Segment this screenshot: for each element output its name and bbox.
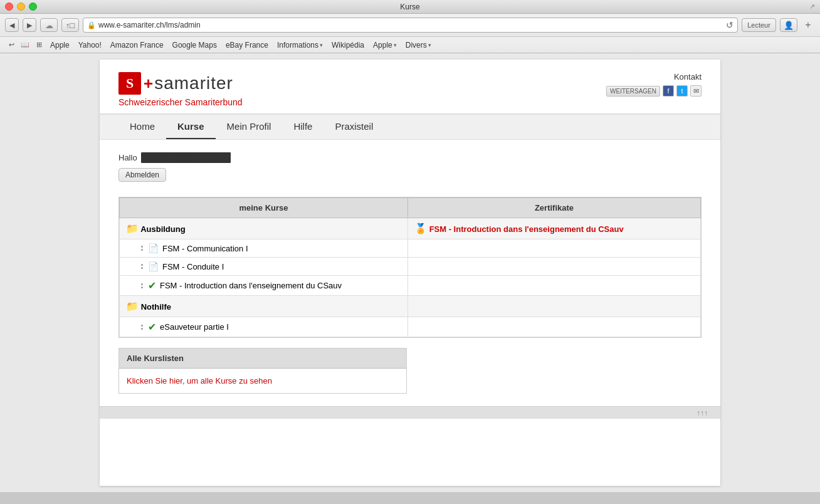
- course-name-2[interactable]: FSM - Conduite I: [162, 262, 224, 271]
- dot-bullets-3: [141, 283, 143, 288]
- nav-hilfe[interactable]: Hilfe: [282, 115, 323, 139]
- nav-praxisteil[interactable]: Praxisteil: [323, 115, 384, 139]
- social-bar: WEITERSAGEN f t ✉: [606, 85, 702, 97]
- address-bar[interactable]: 🔒 www.e-samariter.ch/lms/admin ↺: [83, 18, 738, 33]
- address-text: www.e-samariter.ch/lms/admin: [98, 21, 723, 29]
- bookmark-divers[interactable]: Divers ▾: [402, 39, 435, 51]
- bookmark-apple-1[interactable]: Apple: [46, 39, 73, 51]
- all-courses-section: Alle Kurslisten Klicken Sie hier, um all…: [118, 348, 407, 394]
- course-fsm-intro: ✔ FSM - Introduction dans l'enseignement…: [120, 276, 701, 296]
- footer-scroll: ↑↑↑: [696, 409, 708, 417]
- window-controls: [5, 3, 37, 11]
- bookmark-wikipedia[interactable]: Wikipédia: [328, 39, 368, 51]
- course-name[interactable]: FSM - Communication I: [162, 244, 248, 253]
- lock-icon: 🔒: [87, 21, 96, 29]
- all-courses-body: Klicken Sie hier, um alle Kurse zu sehen: [119, 369, 406, 393]
- window-title: Kurse: [400, 3, 419, 11]
- site-footer: ↑↑↑: [100, 406, 720, 419]
- all-courses-header: Alle Kurslisten: [119, 349, 406, 369]
- category-nothilfe: 📁 Nothilfe: [120, 296, 701, 317]
- reading-list-icon: 📖: [19, 39, 31, 51]
- bookmark-informations[interactable]: Informations ▾: [273, 39, 327, 51]
- logo-area: S + samariter Schweizerischer Samariterb…: [118, 72, 243, 107]
- browser-content: S + samariter Schweizerischer Samariterb…: [0, 53, 820, 492]
- forward-button[interactable]: ▶: [23, 18, 36, 32]
- course-table-box: meine Kurse Zertifikate 📁 Ausbildung: [118, 197, 702, 338]
- logo-text: samariter: [154, 73, 233, 93]
- nav-home[interactable]: Home: [118, 115, 166, 139]
- bookmark-ebay[interactable]: eBay France: [222, 39, 272, 51]
- bookmark-google-maps[interactable]: Google Maps: [169, 39, 221, 51]
- hallo-text: Hallo █████████: [118, 152, 702, 163]
- weitersagen-button[interactable]: WEITERSAGEN: [606, 86, 660, 97]
- folder-icon-2: 📁: [126, 301, 139, 312]
- logo-s: S: [118, 72, 141, 95]
- abmelden-button[interactable]: Abmelden: [118, 168, 166, 182]
- facebook-icon[interactable]: f: [663, 85, 674, 97]
- col-meine-kurse: meine Kurse: [120, 198, 408, 218]
- bookmark-apple-2[interactable]: Apple ▾: [369, 39, 401, 51]
- page-wrapper: S + samariter Schweizerischer Samariterb…: [100, 60, 720, 486]
- close-button[interactable]: [5, 3, 13, 11]
- course-name-4[interactable]: eSauveteur partie I: [160, 322, 229, 332]
- category-ausbildung: 📁 Ausbildung 🏅 FSM - Introduction dans l…: [120, 218, 701, 239]
- title-bar: Kurse ↗: [0, 0, 820, 14]
- check-icon: ✔: [148, 280, 156, 291]
- kontakt-link[interactable]: Kontakt: [606, 72, 702, 81]
- cert-fsm-intro[interactable]: FSM - Introduction dans l'enseignement d…: [429, 224, 624, 234]
- all-courses-link[interactable]: Klicken Sie hier, um alle Kurse zu sehen: [127, 376, 272, 386]
- resize-icon: ↗: [809, 3, 815, 11]
- nav-kurse[interactable]: Kurse: [166, 115, 216, 139]
- course-esauveteur: ✔ eSauveteur partie I: [120, 317, 701, 337]
- site-header: S + samariter Schweizerischer Samariterb…: [100, 60, 720, 115]
- user-name: █████████: [141, 152, 231, 163]
- site-content: Hallo █████████ Abmelden meine Kurse Zer…: [100, 140, 720, 406]
- dot-bullets: [141, 246, 143, 251]
- back-button[interactable]: ◀: [5, 18, 19, 32]
- doc-icon: 📄: [148, 243, 159, 253]
- mail-icon[interactable]: ✉: [690, 85, 702, 97]
- dot-bullets-2: [141, 264, 143, 269]
- check-icon-2: ✔: [148, 321, 156, 333]
- site-nav: Home Kurse Mein Profil Hilfe Praxisteil: [100, 115, 720, 140]
- category-name-2: Nothilfe: [141, 302, 171, 312]
- browser-toolbar: ◀ ▶ ☁ ↑□ 🔒 www.e-samariter.ch/lms/admin …: [0, 14, 820, 36]
- folder-icon: 📁: [126, 223, 139, 234]
- course-table: meine Kurse Zertifikate 📁 Ausbildung: [119, 197, 701, 337]
- doc-icon-2: 📄: [148, 261, 159, 271]
- category-name: Ausbildung: [140, 224, 186, 234]
- minimize-button[interactable]: [17, 3, 25, 11]
- browser-chrome: ◀ ▶ ☁ ↑□ 🔒 www.e-samariter.ch/lms/admin …: [0, 14, 820, 53]
- logo-subtitle: Schweizerischer Samariterbund: [118, 97, 243, 107]
- course-fsm-communication: 📄 FSM - Communication I: [120, 239, 701, 258]
- header-right: Kontakt WEITERSAGEN f t ✉: [606, 72, 702, 97]
- award-icon: 🏅: [414, 223, 427, 234]
- col-zertifikate: Zertifikate: [408, 198, 701, 218]
- bookmarks-icon: ↩: [5, 39, 18, 51]
- reader-button[interactable]: Lecteur: [742, 18, 776, 32]
- grid-icon: ⊞: [33, 39, 45, 51]
- bookmark-amazon[interactable]: Amazon France: [107, 39, 167, 51]
- maximize-button[interactable]: [29, 3, 37, 11]
- twitter-icon[interactable]: t: [676, 85, 688, 97]
- cloud-button[interactable]: ☁: [40, 18, 58, 32]
- share-button[interactable]: ↑□: [61, 18, 79, 32]
- person-button[interactable]: 👤: [780, 18, 797, 32]
- nav-mein-profil[interactable]: Mein Profil: [216, 115, 283, 139]
- bookmark-yahoo[interactable]: Yahoo!: [75, 39, 105, 51]
- bookmarks-bar: ↩ 📖 ⊞ Apple Yahoo! Amazon France Google …: [0, 36, 820, 53]
- add-tab-button[interactable]: +: [801, 18, 815, 32]
- refresh-button[interactable]: ↺: [726, 20, 733, 30]
- dot-bullets-4: [141, 325, 143, 330]
- logo-main: S + samariter: [118, 72, 243, 95]
- course-name-3[interactable]: FSM - Introduction dans l'enseignement d…: [160, 281, 342, 290]
- course-fsm-conduite: 📄 FSM - Conduite I: [120, 258, 701, 276]
